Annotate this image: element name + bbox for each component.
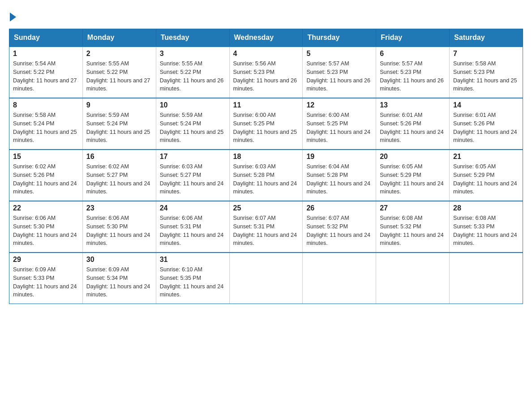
week-row-4: 22Sunrise: 6:06 AMSunset: 5:30 PMDayligh… xyxy=(9,201,523,253)
day-info: Sunrise: 5:55 AMSunset: 5:22 PMDaylight:… xyxy=(86,60,150,92)
day-cell-4: 4Sunrise: 5:56 AMSunset: 5:23 PMDaylight… xyxy=(229,47,303,98)
day-number: 28 xyxy=(453,204,519,212)
weekday-header-tuesday: Tuesday xyxy=(156,29,229,47)
calendar-table: SundayMondayTuesdayWednesdayThursdayFrid… xyxy=(9,29,523,304)
day-cell-18: 18Sunrise: 6:03 AMSunset: 5:28 PMDayligh… xyxy=(229,150,303,201)
day-number: 23 xyxy=(86,204,152,212)
day-info: Sunrise: 6:00 AMSunset: 5:25 PMDaylight:… xyxy=(233,112,297,143)
weekday-header-friday: Friday xyxy=(376,29,450,47)
weekday-header-thursday: Thursday xyxy=(303,29,376,47)
day-cell-21: 21Sunrise: 6:05 AMSunset: 5:29 PMDayligh… xyxy=(450,150,523,201)
day-number: 7 xyxy=(453,50,519,58)
day-cell-30: 30Sunrise: 6:09 AMSunset: 5:34 PMDayligh… xyxy=(82,253,156,304)
day-number: 30 xyxy=(86,256,152,264)
day-number: 15 xyxy=(13,153,79,161)
day-cell-29: 29Sunrise: 6:09 AMSunset: 5:33 PMDayligh… xyxy=(9,253,83,304)
day-number: 25 xyxy=(233,204,299,212)
day-number: 8 xyxy=(13,101,79,109)
day-number: 19 xyxy=(306,153,372,161)
day-cell-16: 16Sunrise: 6:02 AMSunset: 5:27 PMDayligh… xyxy=(82,150,156,201)
week-row-5: 29Sunrise: 6:09 AMSunset: 5:33 PMDayligh… xyxy=(9,253,523,304)
day-info: Sunrise: 6:00 AMSunset: 5:25 PMDaylight:… xyxy=(306,112,370,143)
empty-cell xyxy=(376,253,450,304)
day-number: 29 xyxy=(13,256,79,264)
day-cell-24: 24Sunrise: 6:06 AMSunset: 5:31 PMDayligh… xyxy=(156,201,229,253)
day-cell-26: 26Sunrise: 6:07 AMSunset: 5:32 PMDayligh… xyxy=(303,201,376,253)
day-cell-20: 20Sunrise: 6:05 AMSunset: 5:29 PMDayligh… xyxy=(376,150,450,201)
day-info: Sunrise: 6:05 AMSunset: 5:29 PMDaylight:… xyxy=(453,163,517,195)
day-cell-1: 1Sunrise: 5:54 AMSunset: 5:22 PMDaylight… xyxy=(9,47,83,98)
logo-arrow-icon xyxy=(10,13,16,21)
day-cell-5: 5Sunrise: 5:57 AMSunset: 5:23 PMDaylight… xyxy=(303,47,376,98)
day-cell-15: 15Sunrise: 6:02 AMSunset: 5:26 PMDayligh… xyxy=(9,150,83,201)
weekday-header-row: SundayMondayTuesdayWednesdayThursdayFrid… xyxy=(9,29,523,47)
day-cell-27: 27Sunrise: 6:08 AMSunset: 5:32 PMDayligh… xyxy=(376,201,450,253)
weekday-header-wednesday: Wednesday xyxy=(229,29,303,47)
empty-cell xyxy=(303,253,376,304)
day-info: Sunrise: 6:02 AMSunset: 5:27 PMDaylight:… xyxy=(86,163,150,195)
day-cell-28: 28Sunrise: 6:08 AMSunset: 5:33 PMDayligh… xyxy=(450,201,523,253)
day-info: Sunrise: 5:56 AMSunset: 5:23 PMDaylight:… xyxy=(233,60,297,92)
day-number: 16 xyxy=(86,153,152,161)
week-row-2: 8Sunrise: 5:58 AMSunset: 5:24 PMDaylight… xyxy=(9,98,523,150)
empty-cell xyxy=(229,253,303,304)
day-number: 26 xyxy=(306,204,372,212)
weekday-header-monday: Monday xyxy=(82,29,156,47)
day-info: Sunrise: 5:59 AMSunset: 5:24 PMDaylight:… xyxy=(86,112,150,143)
weekday-header-sunday: Sunday xyxy=(9,29,83,47)
day-number: 21 xyxy=(453,153,519,161)
day-number: 22 xyxy=(13,204,79,212)
day-number: 9 xyxy=(86,101,152,109)
day-number: 13 xyxy=(380,101,446,109)
weekday-header-saturday: Saturday xyxy=(450,29,523,47)
day-info: Sunrise: 6:08 AMSunset: 5:32 PMDaylight:… xyxy=(380,215,443,246)
day-cell-8: 8Sunrise: 5:58 AMSunset: 5:24 PMDaylight… xyxy=(9,98,83,150)
day-number: 20 xyxy=(380,153,446,161)
day-info: Sunrise: 6:03 AMSunset: 5:28 PMDaylight:… xyxy=(233,163,297,195)
logo xyxy=(9,9,16,21)
day-info: Sunrise: 5:55 AMSunset: 5:22 PMDaylight:… xyxy=(160,60,223,92)
empty-cell xyxy=(450,253,523,304)
day-cell-22: 22Sunrise: 6:06 AMSunset: 5:30 PMDayligh… xyxy=(9,201,83,253)
day-cell-6: 6Sunrise: 5:57 AMSunset: 5:23 PMDaylight… xyxy=(376,47,450,98)
day-number: 10 xyxy=(160,101,226,109)
day-number: 18 xyxy=(233,153,299,161)
day-cell-17: 17Sunrise: 6:03 AMSunset: 5:27 PMDayligh… xyxy=(156,150,229,201)
day-info: Sunrise: 6:07 AMSunset: 5:31 PMDaylight:… xyxy=(233,215,297,246)
day-info: Sunrise: 6:08 AMSunset: 5:33 PMDaylight:… xyxy=(453,215,517,246)
day-info: Sunrise: 6:05 AMSunset: 5:29 PMDaylight:… xyxy=(380,163,443,195)
day-info: Sunrise: 5:54 AMSunset: 5:22 PMDaylight:… xyxy=(13,60,77,92)
day-info: Sunrise: 5:57 AMSunset: 5:23 PMDaylight:… xyxy=(306,60,370,92)
day-info: Sunrise: 6:04 AMSunset: 5:28 PMDaylight:… xyxy=(306,163,370,195)
day-info: Sunrise: 6:09 AMSunset: 5:34 PMDaylight:… xyxy=(86,266,150,298)
day-number: 17 xyxy=(160,153,226,161)
day-info: Sunrise: 6:09 AMSunset: 5:33 PMDaylight:… xyxy=(13,266,77,298)
day-cell-9: 9Sunrise: 5:59 AMSunset: 5:24 PMDaylight… xyxy=(82,98,156,150)
day-info: Sunrise: 6:10 AMSunset: 5:35 PMDaylight:… xyxy=(160,266,223,298)
week-row-3: 15Sunrise: 6:02 AMSunset: 5:26 PMDayligh… xyxy=(9,150,523,201)
day-cell-23: 23Sunrise: 6:06 AMSunset: 5:30 PMDayligh… xyxy=(82,201,156,253)
day-cell-3: 3Sunrise: 5:55 AMSunset: 5:22 PMDaylight… xyxy=(156,47,229,98)
day-cell-7: 7Sunrise: 5:58 AMSunset: 5:23 PMDaylight… xyxy=(450,47,523,98)
day-cell-14: 14Sunrise: 6:01 AMSunset: 5:26 PMDayligh… xyxy=(450,98,523,150)
day-cell-13: 13Sunrise: 6:01 AMSunset: 5:26 PMDayligh… xyxy=(376,98,450,150)
day-info: Sunrise: 5:58 AMSunset: 5:23 PMDaylight:… xyxy=(453,60,517,92)
day-cell-2: 2Sunrise: 5:55 AMSunset: 5:22 PMDaylight… xyxy=(82,47,156,98)
day-number: 5 xyxy=(306,50,372,58)
day-number: 11 xyxy=(233,101,299,109)
day-number: 1 xyxy=(13,50,79,58)
day-info: Sunrise: 6:01 AMSunset: 5:26 PMDaylight:… xyxy=(380,112,443,143)
day-number: 2 xyxy=(86,50,152,58)
day-info: Sunrise: 6:06 AMSunset: 5:31 PMDaylight:… xyxy=(160,215,223,246)
day-number: 27 xyxy=(380,204,446,212)
day-number: 3 xyxy=(160,50,226,58)
day-number: 4 xyxy=(233,50,299,58)
day-number: 12 xyxy=(306,101,372,109)
day-info: Sunrise: 5:59 AMSunset: 5:24 PMDaylight:… xyxy=(160,112,223,143)
day-info: Sunrise: 6:06 AMSunset: 5:30 PMDaylight:… xyxy=(13,215,77,246)
day-cell-11: 11Sunrise: 6:00 AMSunset: 5:25 PMDayligh… xyxy=(229,98,303,150)
day-cell-10: 10Sunrise: 5:59 AMSunset: 5:24 PMDayligh… xyxy=(156,98,229,150)
day-cell-31: 31Sunrise: 6:10 AMSunset: 5:35 PMDayligh… xyxy=(156,253,229,304)
day-info: Sunrise: 6:03 AMSunset: 5:27 PMDaylight:… xyxy=(160,163,223,195)
day-info: Sunrise: 5:57 AMSunset: 5:23 PMDaylight:… xyxy=(380,60,443,92)
